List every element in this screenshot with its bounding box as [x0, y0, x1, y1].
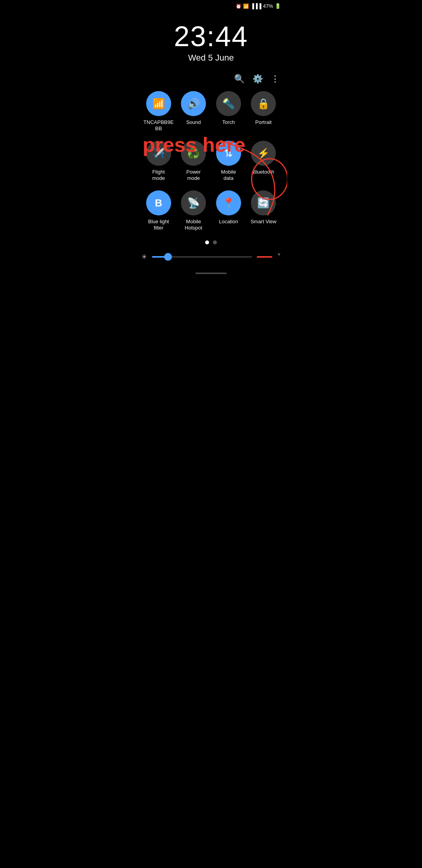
tile-wifi[interactable]: 📶 TNCAPBB9E BB: [143, 91, 174, 131]
bluetooth-tile-icon: ⚡: [257, 147, 270, 160]
sound-tile-icon: 🔊: [187, 98, 200, 110]
nav-bar: [135, 269, 287, 277]
mobile-hotspot-tile-label: MobileHotspot: [185, 219, 202, 231]
mobile-data-tile-label: Mobiledata: [221, 169, 236, 181]
clock-date: Wed 5 June: [135, 53, 287, 63]
tile-blue-light[interactable]: B Blue lightfilter: [143, 190, 174, 231]
signal-icon: ▐▐▐: [250, 3, 261, 9]
portrait-tile-icon: 🔒: [257, 98, 270, 110]
wifi-tile-icon: 📶: [152, 98, 165, 110]
torch-tile-circle: 🔦: [216, 91, 241, 116]
power-mode-tile-label: Powermode: [186, 169, 201, 181]
brightness-thumb[interactable]: [164, 253, 172, 261]
tile-mobile-data[interactable]: ⇅ Mobiledata: [213, 141, 244, 181]
sound-tile-label: Sound: [186, 119, 201, 126]
tile-sound[interactable]: 🔊 Sound: [178, 91, 209, 131]
flight-mode-tile-icon: ✈️: [152, 147, 165, 160]
status-bar: ⏰ 📶 ▐▐▐ 47% 🔋: [135, 0, 287, 11]
tile-bluetooth[interactable]: ⚡ Bluetooth: [248, 141, 279, 181]
smart-view-tile-circle: 🔄: [251, 190, 276, 215]
tile-smart-view[interactable]: 🔄 Smart View: [248, 190, 279, 231]
tiles-row-1: 📶 TNCAPBB9E BB 🔊 Sound 🔦 Torch 🔒 Portrai…: [141, 91, 281, 131]
blue-light-tile-label: Blue lightfilter: [148, 219, 169, 231]
alarm-icon: ⏰: [236, 4, 241, 9]
tile-portrait[interactable]: 🔒 Portrait: [248, 91, 279, 131]
pagination-dot-2[interactable]: [213, 240, 217, 244]
tile-torch[interactable]: 🔦 Torch: [213, 91, 244, 131]
tiles-row-3: B Blue lightfilter 📡 MobileHotspot 📍 Loc…: [141, 190, 281, 231]
tile-location[interactable]: 📍 Location: [213, 190, 244, 231]
sound-tile-circle: 🔊: [181, 91, 206, 116]
flight-mode-tile-label: Flightmode: [152, 169, 165, 181]
quick-panel-header: 🔍 ⚙️ ⋮: [135, 71, 287, 87]
mobile-hotspot-tile-icon: 📡: [187, 197, 200, 209]
tile-mobile-hotspot[interactable]: 📡 MobileHotspot: [178, 190, 209, 231]
clock-time: 23:44: [135, 22, 287, 50]
wifi-tile-label: TNCAPBB9E BB: [143, 119, 174, 131]
pagination-dots: [135, 240, 287, 244]
mobile-data-tile-icon: ⇅: [224, 147, 233, 160]
blue-light-tile-circle: B: [146, 190, 171, 215]
brightness-auto-bar: [257, 256, 272, 258]
mobile-data-tile-circle: ⇅: [216, 141, 241, 166]
nav-pill: [195, 273, 227, 274]
settings-icon[interactable]: ⚙️: [252, 74, 263, 84]
smart-view-tile-label: Smart View: [250, 219, 276, 225]
brightness-dropdown-icon[interactable]: ˅: [277, 252, 281, 262]
bluetooth-tile-label: Bluetooth: [253, 169, 274, 175]
blue-light-tile-icon: B: [155, 197, 162, 209]
location-tile-circle: 📍: [216, 190, 241, 215]
brightness-bar-section: ☀ ˅: [135, 252, 287, 262]
smart-view-tile-icon: 🔄: [257, 197, 270, 209]
mobile-hotspot-tile-circle: 📡: [181, 190, 206, 215]
wifi-icon: 📶: [243, 4, 249, 9]
portrait-tile-label: Portrait: [255, 119, 272, 126]
more-options-icon[interactable]: ⋮: [271, 74, 279, 84]
quick-tiles: 📶 TNCAPBB9E BB 🔊 Sound 🔦 Torch 🔒 Portrai…: [135, 87, 287, 231]
location-tile-label: Location: [219, 219, 238, 225]
power-mode-tile-circle: ♻️: [181, 141, 206, 166]
wifi-tile-circle: 📶: [146, 91, 171, 116]
search-icon[interactable]: 🔍: [234, 74, 245, 84]
bluetooth-tile-circle: ⚡: [251, 141, 276, 166]
brightness-track[interactable]: [152, 256, 252, 258]
location-tile-icon: 📍: [222, 197, 235, 209]
brightness-low-icon: ☀: [141, 253, 147, 261]
torch-tile-icon: 🔦: [222, 98, 235, 110]
clock-section: 23:44 Wed 5 June: [135, 11, 287, 71]
status-icons: ⏰ 📶 ▐▐▐ 47% 🔋: [236, 3, 281, 9]
tile-flight-mode[interactable]: ✈️ Flightmode: [143, 141, 174, 181]
power-mode-tile-icon: ♻️: [187, 147, 200, 160]
battery-icon: 🔋: [275, 3, 281, 9]
tile-power-mode[interactable]: ♻️ Powermode: [178, 141, 209, 181]
battery-percent: 47%: [263, 3, 273, 9]
pagination-dot-1[interactable]: [205, 240, 209, 244]
portrait-tile-circle: 🔒: [251, 91, 276, 116]
flight-mode-tile-circle: ✈️: [146, 141, 171, 166]
tiles-row-2: ✈️ Flightmode ♻️ Powermode ⇅ Mobiledata …: [141, 141, 281, 181]
torch-tile-label: Torch: [222, 119, 235, 126]
